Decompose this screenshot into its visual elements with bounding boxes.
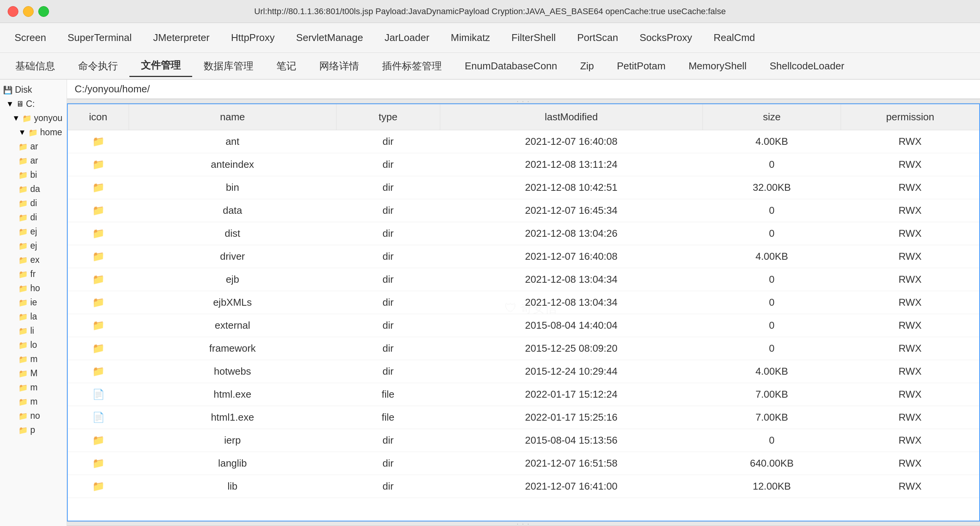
- file-size: 4.00KB: [702, 360, 841, 383]
- tab-zip[interactable]: Zip: [568, 56, 605, 76]
- nav-item-jmeterpreter[interactable]: JMeterpreter: [142, 28, 220, 48]
- file-modified: 2021-12-07 16:51:58: [440, 452, 702, 475]
- nav-item-socks-proxy[interactable]: SocksProxy: [629, 28, 703, 48]
- table-row[interactable]: 📁datadir2021-12-07 16:45:340RWX: [68, 199, 979, 222]
- sidebar-item-da[interactable]: 📁 da: [0, 182, 67, 196]
- sidebar-item-bi[interactable]: 📁 bi: [0, 168, 67, 182]
- file-type-icon: 📁: [68, 337, 129, 360]
- sidebar-item-ar2[interactable]: 📁 ar: [0, 154, 67, 168]
- file-size: 0: [702, 153, 841, 176]
- sidebar-item-li[interactable]: 📁 li: [0, 324, 67, 338]
- sidebar-item-disk[interactable]: 💾 Disk: [0, 83, 67, 97]
- file-name[interactable]: driver: [129, 245, 336, 268]
- file-name[interactable]: langlib: [129, 452, 336, 475]
- sidebar-item-la[interactable]: 📁 la: [0, 310, 67, 324]
- sidebar-item-m4[interactable]: 📁 m: [0, 395, 67, 409]
- nav-item-servlet-manage[interactable]: ServletManage: [286, 28, 374, 48]
- file-name[interactable]: bin: [129, 176, 336, 199]
- nav-item-screen[interactable]: Screen: [4, 28, 57, 48]
- tab-basic-info[interactable]: 基础信息: [4, 56, 67, 77]
- sidebar-item-M2[interactable]: 📁 M: [0, 366, 67, 380]
- nav-item-super-terminal[interactable]: SuperTerminal: [57, 28, 142, 48]
- nav-item-mimikatz[interactable]: Mimikatz: [440, 28, 501, 48]
- table-row[interactable]: 📁driverdir2021-12-07 16:40:084.00KBRWX: [68, 245, 979, 268]
- sidebar-item-ej2[interactable]: 📁 ej: [0, 239, 67, 253]
- col-header-type: type: [336, 104, 440, 130]
- tab-petit-potam[interactable]: PetitPotam: [606, 56, 677, 76]
- table-row[interactable]: 📁libdir2021-12-07 16:41:0012.00KBRWX: [68, 475, 979, 498]
- file-name[interactable]: data: [129, 199, 336, 222]
- table-row[interactable]: 📁antdir2021-12-07 16:40:084.00KBRWX: [68, 130, 979, 153]
- sidebar-item-ie[interactable]: 📁 ie: [0, 295, 67, 310]
- tab-network-detail[interactable]: 网络详情: [308, 56, 371, 77]
- sidebar-item-c-drive[interactable]: ▼ 🖥 C:: [0, 97, 67, 111]
- maximize-button[interactable]: [38, 6, 49, 17]
- sidebar-item-ej1[interactable]: 📁 ej: [0, 224, 67, 239]
- close-button[interactable]: [8, 6, 18, 17]
- tab-shellcode-loader[interactable]: ShellcodeLoader: [758, 56, 856, 76]
- file-permission: RWX: [841, 383, 979, 406]
- tab-notes[interactable]: 笔记: [265, 56, 308, 77]
- file-name[interactable]: ierp: [129, 429, 336, 452]
- file-name[interactable]: ant: [129, 130, 336, 153]
- table-row[interactable]: 📄html1.exefile2022-01-17 15:25:167.00KBR…: [68, 406, 979, 429]
- tab-db-manage[interactable]: 数据库管理: [192, 56, 265, 77]
- nav-item-filter-shell[interactable]: FilterShell: [501, 28, 567, 48]
- table-row[interactable]: 📁anteindexdir2021-12-08 13:11:240RWX: [68, 153, 979, 176]
- file-name[interactable]: html1.exe: [129, 406, 336, 429]
- file-name[interactable]: dist: [129, 222, 336, 245]
- table-row[interactable]: 📁langlibdir2021-12-07 16:51:58640.00KBRW…: [68, 452, 979, 475]
- sidebar-item-di2[interactable]: 📁 di: [0, 210, 67, 224]
- file-permission: RWX: [841, 245, 979, 268]
- sidebar-item-di1[interactable]: 📁 di: [0, 196, 67, 210]
- table-row[interactable]: 📁ierpdir2015-08-04 15:13:560RWX: [68, 429, 979, 452]
- sidebar-item-yonyou[interactable]: ▼ 📁 yonyou: [0, 111, 67, 125]
- tab-memory-shell[interactable]: MemoryShell: [677, 56, 758, 76]
- nav-item-http-proxy[interactable]: HttpProxy: [220, 28, 285, 48]
- table-row[interactable]: 📁externaldir2015-08-04 14:40:040RWX: [68, 314, 979, 337]
- sidebar-item-m1[interactable]: 📁 m: [0, 352, 67, 366]
- window-title: Url:http://80.1.1.36:801/t00ls.jsp Paylo…: [254, 7, 726, 16]
- minimize-button[interactable]: [23, 6, 34, 17]
- table-row[interactable]: 📁frameworkdir2015-12-25 08:09:200RWX: [68, 337, 979, 360]
- file-name[interactable]: ejbXMLs: [129, 291, 336, 314]
- current-path: C:/yonyou/home/: [75, 83, 150, 95]
- table-row[interactable]: 📁hotwebsdir2015-12-24 10:29:444.00KBRWX: [68, 360, 979, 383]
- tab-plugin-tag[interactable]: 插件标签管理: [371, 56, 453, 77]
- sidebar-item-m3[interactable]: 📁 m: [0, 380, 67, 395]
- file-modified: 2021-12-07 16:45:34: [440, 199, 702, 222]
- file-name[interactable]: lib: [129, 475, 336, 498]
- tab-cmd-exec[interactable]: 命令执行: [67, 56, 129, 77]
- resize-handle-top[interactable]: · · ·: [67, 99, 980, 103]
- sidebar-item-no[interactable]: 📁 no: [0, 409, 67, 423]
- sidebar-item-ho[interactable]: 📁 ho: [0, 281, 67, 295]
- sidebar-item-p[interactable]: 📁 p: [0, 423, 67, 437]
- nav-item-real-cmd[interactable]: RealCmd: [703, 28, 766, 48]
- file-size: 12.00KB: [702, 475, 841, 498]
- file-table-container[interactable]: icon name type lastModified size permiss…: [67, 103, 980, 521]
- tab-file-manage[interactable]: 文件管理: [129, 55, 192, 77]
- file-name[interactable]: framework: [129, 337, 336, 360]
- resize-handle-bottom[interactable]: · · ·: [67, 521, 980, 526]
- table-row[interactable]: 📁bindir2021-12-08 10:42:5132.00KBRWX: [68, 176, 979, 199]
- file-name[interactable]: hotwebs: [129, 360, 336, 383]
- nav-item-jar-loader[interactable]: JarLoader: [374, 28, 440, 48]
- sidebar-item-ex[interactable]: 📁 ex: [0, 253, 67, 267]
- file-name[interactable]: anteindex: [129, 153, 336, 176]
- table-row[interactable]: 📁ejbXMLsdir2021-12-08 13:04:340RWX: [68, 291, 979, 314]
- file-name[interactable]: external: [129, 314, 336, 337]
- table-row[interactable]: 📄html.exefile2022-01-17 15:12:247.00KBRW…: [68, 383, 979, 406]
- tab-enum-db-conn[interactable]: EnumDatabaseConn: [453, 56, 568, 76]
- sidebar-item-lo[interactable]: 📁 lo: [0, 338, 67, 352]
- file-modified: 2015-08-04 14:40:04: [440, 314, 702, 337]
- file-type-icon: 📁: [68, 222, 129, 245]
- sidebar-item-fr[interactable]: 📁 fr: [0, 267, 67, 281]
- file-name[interactable]: html.exe: [129, 383, 336, 406]
- table-row[interactable]: 📁ejbdir2021-12-08 13:04:340RWX: [68, 268, 979, 291]
- table-row[interactable]: 📁distdir2021-12-08 13:04:260RWX: [68, 222, 979, 245]
- file-name[interactable]: ejb: [129, 268, 336, 291]
- sidebar-item-ar1[interactable]: 📁 ar: [0, 139, 67, 154]
- file-size: 0: [702, 314, 841, 337]
- sidebar-item-home[interactable]: ▼ 📁 home: [0, 125, 67, 139]
- nav-item-port-scan[interactable]: PortScan: [567, 28, 629, 48]
